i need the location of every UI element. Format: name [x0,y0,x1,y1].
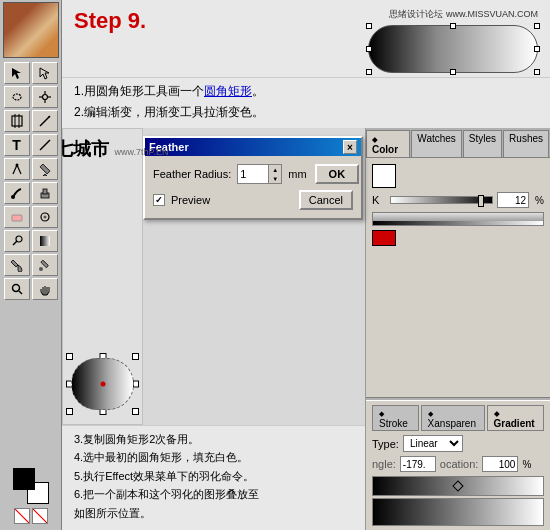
stroke-panel: ◆ Stroke ◆ Xansparen ◆ Gradient [366,401,550,530]
feather-cancel-button[interactable]: Cancel [299,190,353,210]
canvas-shape-wrapper [71,358,134,410]
gradient-strip [372,498,544,526]
brushes-tab[interactable]: Rushes [503,130,549,157]
instruction-5: 5.执行Effect效果菜单下的羽化命令。 [74,469,353,484]
hand-tool[interactable] [32,278,58,300]
gradient-type-select[interactable]: LinearRadial [403,435,463,452]
spinner-up-button[interactable]: ▲ [269,165,281,174]
gradient-tool[interactable] [32,230,58,252]
stroke-tab-item[interactable]: ◆ Stroke [372,405,419,431]
swatches-tab[interactable]: Watches [411,130,462,157]
color-tab[interactable]: ◆ Color [366,130,410,157]
transparency-tab-item[interactable]: ◆ Xansparen [421,405,485,431]
k-slider-row: K % [372,192,544,208]
k-percent: % [535,195,544,206]
paint-bucket-tool[interactable] [4,254,30,276]
feather-preview-row: ✓ Preview Cancel [153,190,353,210]
content-wrapper: Step 9. 思绪设计论坛 www.MISSVUAN.COM [62,0,550,530]
handle-bl [366,69,372,75]
foreground-swatch[interactable] [13,468,35,490]
highlight-rounded-rect: 圆角矩形 [204,84,252,98]
instruction-6: 6.把一个副本和这个羽化的图形叠放至 [74,487,353,502]
instruction-3: 3.复制圆角矩形2次备用。 [74,432,353,447]
none-stroke-swatch[interactable] [14,508,30,524]
handle-tr [534,23,540,29]
line-tool[interactable] [32,134,58,156]
bottom-instructions: 3.复制圆角矩形2次备用。 4.选中最初的圆角矩形，填充白色。 5.执行Effe… [62,425,365,530]
styles-tab[interactable]: Styles [463,130,502,157]
svg-line-13 [40,140,50,150]
slice-tool[interactable] [32,110,58,132]
dialog-body: Feather Radius: ▲ ▼ mm OK [145,156,361,218]
type-tool[interactable]: T [4,134,30,156]
handle-bm [450,69,456,75]
dodge-tool[interactable] [4,230,30,252]
handle-tl [366,23,372,29]
feather-unit: mm [288,168,306,180]
crop-tool[interactable] [4,110,30,132]
pen-tool[interactable] [4,158,30,180]
dialog-close-button[interactable]: × [343,140,357,154]
feather-preview-checkbox[interactable]: ✓ [153,194,165,206]
feather-dialog: Feather × Feather Radius: ▲ ▼ [143,136,363,220]
gradient-diamond-marker[interactable] [452,480,463,491]
rubber-stamp-tool[interactable] [32,182,58,204]
step-title: Step 9. [74,8,348,34]
gradient-location-input[interactable] [482,456,518,472]
brush-tool[interactable] [4,182,30,204]
magic-wand-tool[interactable] [32,86,58,108]
svg-marker-1 [40,68,49,79]
handle-br [534,69,540,75]
gradient-preview-bar [372,476,544,496]
canvas-shape-area [71,358,134,410]
spinner-down-button[interactable]: ▼ [269,174,281,183]
svg-rect-15 [40,164,50,174]
svg-point-2 [13,94,21,100]
feather-radius-spinner[interactable]: ▲ ▼ [237,164,282,184]
instruction-2: 2.编辑渐变，用渐变工具拉渐变色。 [74,103,538,121]
handle-ml [366,46,372,52]
svg-point-27 [39,267,43,271]
blur-tool[interactable] [32,206,58,228]
foreground-background-swatches[interactable] [13,468,49,504]
none-swatches [14,508,48,524]
instruction-4: 4.选中最初的圆角矩形，填充白色。 [74,450,353,465]
arrow-tool[interactable] [4,62,30,84]
gradient-tab-item[interactable]: ◆ Gradient [487,405,544,431]
handle-mr [534,46,540,52]
canvas-section: 第七城市 www.7thP.EN [62,128,143,425]
stroke-tab-diamond: ◆ [379,410,384,417]
tool-grid: T [2,60,60,302]
gradient-loc-label: ocation: [440,458,479,470]
gradient-angle-input[interactable] [400,456,436,472]
none-fill-swatch[interactable] [32,508,48,524]
color-panel-content: K % [366,158,550,397]
svg-marker-0 [12,68,21,79]
spectrum-bar [373,221,543,225]
feather-radius-row: Feather Radius: ▲ ▼ mm OK [153,164,353,184]
gradient-angle-row: ngle: ocation: % [372,456,544,472]
color-swatches [9,464,53,528]
svg-point-17 [11,195,15,199]
lasso-tool[interactable] [4,86,30,108]
k-value-input[interactable] [497,192,529,208]
zoom-tool[interactable] [4,278,30,300]
eraser-tool[interactable] [4,206,30,228]
eyedropper-tool[interactable] [32,254,58,276]
svg-rect-25 [40,236,50,246]
color-swatch-large[interactable] [372,164,396,188]
sel-handle-tr [132,353,139,360]
gradient-type-row: Type: LinearRadial [372,435,544,452]
gradient-bar-row [372,476,544,496]
pencil-tool[interactable] [32,158,58,180]
svg-rect-19 [43,189,47,194]
subselect-tool[interactable] [32,62,58,84]
top-section: Step 9. 思绪设计论坛 www.MISSVUAN.COM [62,0,550,78]
svg-marker-16 [43,174,47,176]
feather-ok-button[interactable]: OK [315,164,360,184]
svg-line-29 [19,291,22,294]
site-watermark: 思绪设计论坛 www.MISSVUAN.COM [389,8,538,21]
svg-point-14 [15,164,18,167]
k-slider[interactable] [390,196,493,204]
feather-radius-input[interactable] [238,165,268,183]
